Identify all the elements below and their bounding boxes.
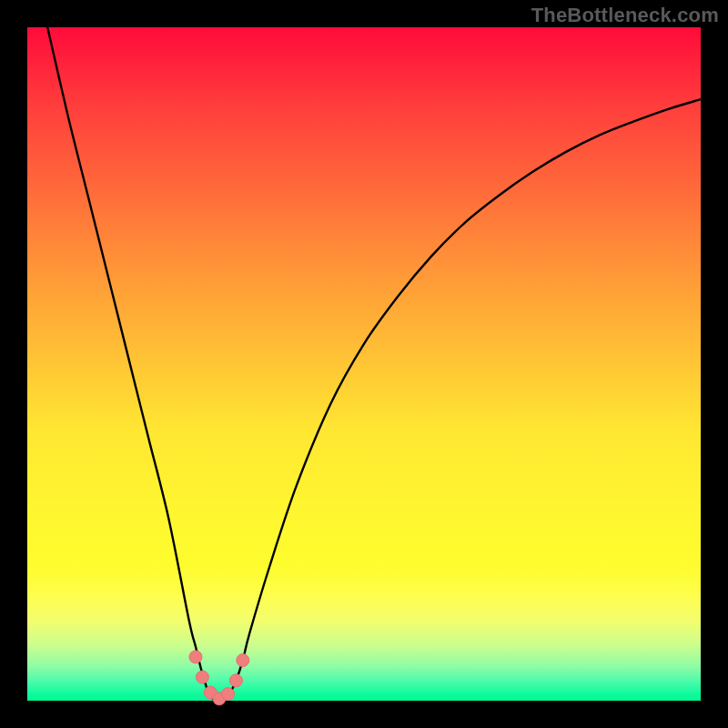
plot-area — [27, 27, 701, 701]
bottleneck-curve — [47, 27, 701, 702]
marker-point — [189, 651, 202, 663]
chart-frame: TheBottleneck.com — [0, 0, 728, 728]
marker-point — [237, 654, 249, 667]
marker-point — [222, 688, 235, 701]
marker-point — [196, 671, 208, 683]
curve-layer — [27, 27, 701, 701]
marker-point — [229, 674, 242, 687]
watermark-text: TheBottleneck.com — [531, 4, 719, 27]
near-minimum-markers — [189, 651, 249, 705]
